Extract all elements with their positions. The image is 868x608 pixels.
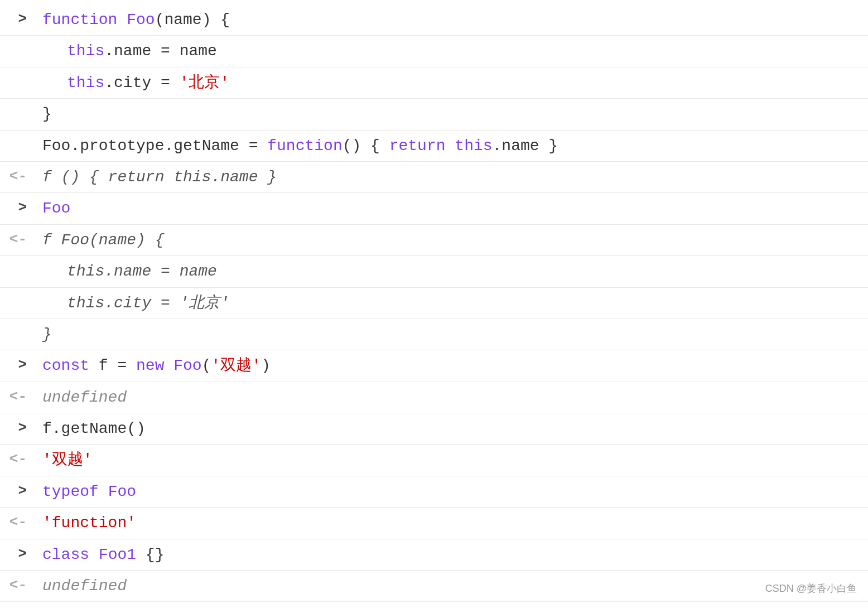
console-line-8: <- f Foo(name) { xyxy=(0,225,868,256)
kw-new: new xyxy=(136,357,173,374)
plain-1: (name) { xyxy=(155,11,230,28)
prompt-11 xyxy=(0,320,33,322)
fn-foo-2: Foo xyxy=(42,200,70,217)
output-this-city: this.city = '北京' xyxy=(67,295,229,312)
kw-this-2: this xyxy=(67,74,104,91)
output-f-foo-open: f Foo(name) { xyxy=(42,231,164,249)
console-line-1: > function Foo(name) { xyxy=(0,4,868,36)
prompt-14: > xyxy=(0,414,33,439)
prompt-18: > xyxy=(0,541,33,565)
prompt-12: > xyxy=(0,351,33,376)
plain-5a: Foo.prototype.getName = xyxy=(42,137,267,155)
code-17: 'function' xyxy=(33,509,868,537)
code-1: function Foo(name) { xyxy=(33,6,868,34)
output-f-function: f () { return this.name } xyxy=(42,168,277,186)
console-container: > function Foo(name) { this.name = name … xyxy=(0,0,868,608)
prompt-out-6: <- xyxy=(0,572,33,596)
code-20: typeof Foo1 xyxy=(33,603,868,608)
fn-foo-3: Foo xyxy=(173,357,201,374)
prompt-20: > xyxy=(0,603,33,608)
code-14: f.getName() xyxy=(33,414,868,443)
plain-2: .name = name xyxy=(104,42,217,60)
string-beijing-1: '北京' xyxy=(180,74,230,91)
prompt-out-4: <- xyxy=(0,446,33,470)
output-undefined-1: undefined xyxy=(42,389,127,406)
console-line-14: > f.getName() xyxy=(0,413,868,445)
console-line-13: <- undefined xyxy=(0,382,868,413)
kw-function-2: function xyxy=(267,137,342,155)
output-undefined-2: undefined xyxy=(42,577,127,595)
code-7: Foo xyxy=(33,194,868,223)
console-line-15: <- '双越' xyxy=(0,445,868,476)
prompt-out-5: <- xyxy=(0,509,33,533)
console-line-2: this.name = name xyxy=(0,36,868,67)
kw-this-3: this xyxy=(455,137,492,155)
console-line-6: <- f () { return this.name } xyxy=(0,162,868,193)
code-13: undefined xyxy=(33,383,868,412)
console-line-10: this.city = '北京' xyxy=(0,288,868,319)
prompt-5 xyxy=(0,132,33,134)
prompt-out-1: <- xyxy=(0,163,33,187)
plain-18: {} xyxy=(146,546,165,563)
code-9: this.name = name xyxy=(33,257,868,286)
console-line-4: } xyxy=(0,99,868,130)
fn-foo: Foo xyxy=(127,11,155,28)
output-this-name: this.name = name xyxy=(67,263,217,280)
code-4: } xyxy=(33,100,868,128)
console-line-17: <- 'function' xyxy=(0,508,868,539)
plain-5b: () { xyxy=(343,137,389,155)
console-line-11: } xyxy=(0,319,868,350)
output-close-brace: } xyxy=(42,326,52,343)
output-shuangyue: '双越' xyxy=(42,451,93,469)
console-line-20: > typeof Foo1 xyxy=(0,602,868,608)
kw-class: class xyxy=(42,546,99,563)
code-18: class Foo1 {} xyxy=(33,541,868,569)
code-11: } xyxy=(33,320,868,349)
code-15: '双越' xyxy=(33,446,868,474)
code-5: Foo.prototype.getName = function() { ret… xyxy=(33,132,868,160)
prompt-16: > xyxy=(0,477,33,502)
console-line-19: <- undefined xyxy=(0,571,868,602)
plain-3: .city = xyxy=(104,74,179,91)
code-19: undefined xyxy=(33,572,868,600)
code-2: this.name = name xyxy=(33,37,868,65)
code-16: typeof Foo xyxy=(33,477,868,506)
code-6: f () { return this.name } xyxy=(33,163,868,191)
prompt-2 xyxy=(0,37,33,39)
plain-12b: ( xyxy=(202,357,211,374)
kw-typeof-1: typeof xyxy=(42,483,108,500)
prompt-3 xyxy=(0,69,33,71)
output-function-1: 'function' xyxy=(42,514,136,532)
fn-foo1: Foo1 xyxy=(99,546,146,563)
plain-12c: ) xyxy=(261,357,271,374)
watermark: CSDN @姜香小白鱼 xyxy=(765,581,857,597)
prompt-out-2: <- xyxy=(0,226,33,250)
plain-4: } xyxy=(42,105,52,123)
plain-5c: .name } xyxy=(493,137,558,155)
plain-12a: f = xyxy=(99,357,136,374)
fn-foo-4: Foo xyxy=(108,483,136,500)
plain-14: f.getName() xyxy=(42,420,146,437)
kw-function-1: function xyxy=(42,11,127,28)
console-line-18: > class Foo1 {} xyxy=(0,539,868,571)
console-line-9: this.name = name xyxy=(0,256,868,287)
console-line-12: > const f = new Foo('双越') xyxy=(0,350,868,382)
code-10: this.city = '北京' xyxy=(33,289,868,317)
prompt-10 xyxy=(0,289,33,291)
code-12: const f = new Foo('双越') xyxy=(33,351,868,380)
console-line-3: this.city = '北京' xyxy=(0,67,868,99)
prompt-1: > xyxy=(0,6,33,30)
console-line-7: > Foo xyxy=(0,193,868,224)
kw-const: const xyxy=(42,357,99,374)
prompt-9 xyxy=(0,257,33,259)
code-3: this.city = '北京' xyxy=(33,69,868,97)
console-line-16: > typeof Foo xyxy=(0,476,868,508)
prompt-4 xyxy=(0,100,33,102)
console-line-5: Foo.prototype.getName = function() { ret… xyxy=(0,131,868,162)
prompt-7: > xyxy=(0,194,33,219)
prompt-out-3: <- xyxy=(0,383,33,408)
string-shuangyue-1: '双越' xyxy=(211,357,262,374)
kw-this-1: this xyxy=(67,42,104,60)
code-8: f Foo(name) { xyxy=(33,226,868,254)
kw-return-1: return xyxy=(389,137,455,155)
